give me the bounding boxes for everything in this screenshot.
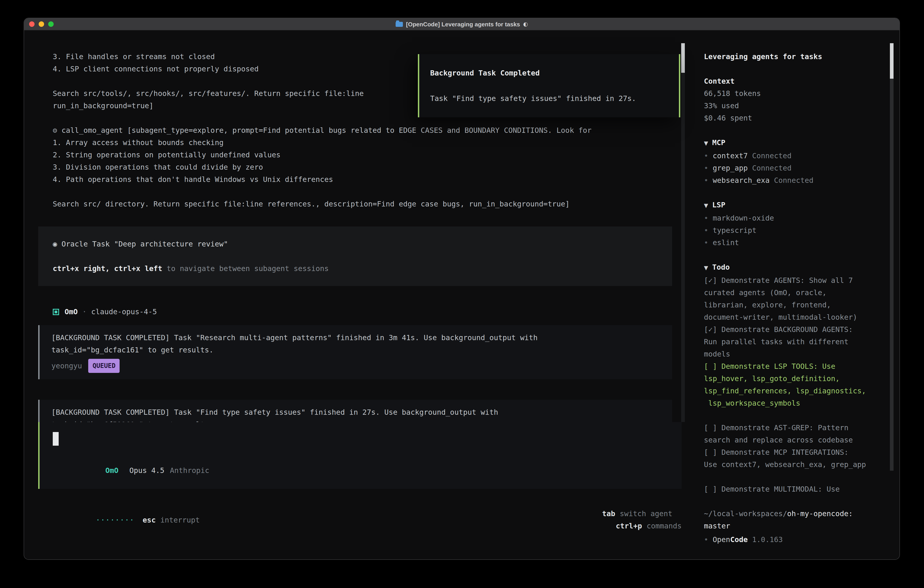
app-name: Open — [713, 535, 730, 544]
workspace-branch: master — [704, 522, 730, 530]
close-button[interactable] — [29, 21, 35, 27]
todo-section-header[interactable]: ▼Todo — [704, 261, 883, 274]
gear-icon: ⚙ — [53, 126, 57, 135]
minimize-button[interactable] — [39, 21, 44, 27]
main-terminal-pane: 3. File handles or streams not closed 4.… — [24, 30, 695, 559]
tool-call-line: 3. Division operations that could divide… — [53, 161, 672, 173]
tool-call-line — [53, 185, 672, 198]
hint-text: to navigate between subagent sessions — [162, 264, 329, 273]
tab-hint-group: tabswitch agent — [602, 509, 672, 518]
esc-key-label: interrupt — [160, 515, 200, 524]
message-author: yeongyu — [51, 360, 82, 372]
agent-header: OmO · claude-opus-4-5 — [53, 306, 672, 318]
bullet-icon: • — [704, 226, 708, 235]
session-title: Leveraging agents for tasks — [704, 51, 883, 63]
main-scrollbar-thumb[interactable] — [681, 43, 685, 73]
app-version: 1.0.163 — [752, 535, 783, 544]
input-agent-label: OmO — [105, 466, 119, 475]
lsp-name: typescript — [713, 226, 757, 235]
window-title-text: [OpenCode] Leveraging agents for tasks — [406, 21, 520, 28]
todo-item-done: [✓] Demonstrate BACKGROUND AGENTS: Run p… — [704, 323, 883, 360]
todo-item-pending: [ ] Demonstrate AST-GREP: Pattern search… — [704, 421, 883, 446]
agent-square-icon — [53, 309, 59, 315]
tool-call-head: ⚙ call_omo_agent [subagent_type=explore,… — [53, 124, 672, 136]
main-scrollbar[interactable] — [681, 43, 685, 422]
agent-name: OmO — [64, 306, 78, 318]
collapse-arrow-icon: ▼ — [704, 140, 708, 147]
prompt-input[interactable]: OmOOpus 4.5Anthropic — [38, 422, 681, 489]
lsp-item: • typescript — [704, 224, 883, 236]
lsp-section: ▼LSP • markdown-oxide • typescript • esl… — [704, 199, 883, 249]
lsp-name: markdown-oxide — [713, 214, 774, 222]
hint-keys: ctrl+x right, ctrl+x left — [53, 264, 162, 273]
mcp-header-label: MCP — [712, 138, 725, 147]
lsp-header-label: LSP — [712, 201, 725, 209]
mcp-section-header[interactable]: ▼MCP — [704, 136, 883, 150]
terminal-scroll-area[interactable]: 3. File handles or streams not closed 4.… — [24, 30, 695, 422]
oracle-task-title: ◉ Oracle Task "Deep architecture review" — [53, 238, 658, 250]
bullet-icon: • — [704, 535, 708, 544]
commands-hint-group: ctrl+pcommands — [616, 522, 681, 530]
screen: [OpenCode] Leveraging agents for tasks ◐… — [0, 0, 924, 588]
tool-call-line: 4. Path operations that don't handle Win… — [53, 173, 672, 185]
lsp-name: eslint — [713, 238, 739, 247]
context-spent: $0.46 spent — [704, 112, 883, 124]
workspace-path: ~/local-workspaces/oh-my-opencode: maste… — [704, 507, 883, 532]
todo-item-pending: [ ] Demonstrate MCP INTEGRATIONS: Use co… — [704, 446, 883, 471]
agent-model: claude-opus-4-5 — [91, 306, 157, 318]
subagent-nav-hint: ctrl+x right, ctrl+x left to navigate be… — [53, 263, 658, 275]
status-bar: ········escinterrupt tabswitch agent ctr… — [43, 495, 681, 544]
collapse-arrow-icon: ▼ — [704, 202, 708, 209]
window-title: [OpenCode] Leveraging agents for tasks ◐ — [24, 18, 899, 30]
oracle-icon: ◉ — [53, 239, 57, 248]
mcp-status: Connected — [752, 164, 792, 172]
context-used: 33% used — [704, 99, 883, 112]
progress-icon: ◐ — [523, 21, 528, 27]
tab-key-label: switch agent — [620, 509, 672, 518]
esc-key-hint: esc — [143, 515, 156, 524]
tab-key-hint: tab — [602, 509, 615, 518]
input-model-label: Opus 4.5 — [129, 466, 164, 475]
workspace-prefix: ~/local-workspaces/ — [704, 509, 787, 518]
todo-header-label: Todo — [712, 263, 729, 271]
bullet-icon: • — [704, 238, 708, 247]
app-name-bold: Code — [730, 535, 748, 544]
mcp-name: grep_app — [713, 164, 748, 172]
context-section: Context 66,518 tokens 33% used $0.46 spe… — [704, 75, 883, 124]
ctrlp-key-hint: ctrl+p — [616, 522, 642, 530]
lsp-item: • markdown-oxide — [704, 212, 883, 224]
mcp-name: context7 — [713, 152, 748, 160]
status-left: ········escinterrupt — [43, 501, 200, 538]
bullet-icon: • — [704, 176, 708, 185]
workspace-repo: oh-my-opencode: — [787, 509, 853, 518]
text-cursor — [53, 432, 59, 446]
traffic-lights — [29, 21, 54, 27]
mcp-status: Connected — [752, 152, 792, 160]
app-version-footer: • OpenCode 1.0.163 — [704, 533, 883, 546]
tool-call-line: Search src/ directory. Return specific f… — [53, 198, 672, 210]
folder-icon — [396, 21, 403, 26]
background-task-toast: Background Task Completed Task "Find typ… — [418, 54, 680, 117]
window-titlebar[interactable]: [OpenCode] Leveraging agents for tasks ◐ — [24, 18, 899, 30]
mcp-section: ▼MCP • context7 Connected • grep_app Con… — [704, 136, 883, 187]
todo-item-done: [✓] Demonstrate AGENTS: Show all 7 curat… — [704, 274, 883, 323]
lsp-section-header[interactable]: ▼LSP — [704, 199, 883, 212]
oracle-title-text: Oracle Task "Deep architecture review" — [57, 239, 228, 248]
zoom-button[interactable] — [48, 21, 54, 27]
tool-call-text: call_omo_agent [subagent_type=explore, p… — [62, 126, 592, 135]
toast-title: Background Task Completed — [430, 67, 668, 79]
mcp-item: • websearch_exa Connected — [704, 174, 883, 187]
mcp-name: websearch_exa — [713, 176, 770, 185]
lsp-item: • eslint — [704, 236, 883, 249]
message-meta: yeongyu QUEUED — [51, 359, 660, 373]
spinner-dots-icon: ········ — [96, 515, 134, 524]
bullet-icon: • — [704, 214, 708, 222]
bullet-icon: • — [704, 152, 708, 160]
sidebar-scrollbar[interactable] — [890, 43, 894, 471]
message-block: [BACKGROUND TASK COMPLETED] Task "Find t… — [38, 400, 672, 422]
tool-call-line: 2. String operations on potentially unde… — [53, 149, 672, 161]
terminal-window: [OpenCode] Leveraging agents for tasks ◐… — [24, 18, 900, 560]
toast-body: Task "Find type safety issues" finished … — [430, 92, 668, 105]
sidebar-scrollbar-thumb[interactable] — [890, 43, 894, 79]
message-body: [BACKGROUND TASK COMPLETED] Task "Find t… — [51, 406, 660, 422]
